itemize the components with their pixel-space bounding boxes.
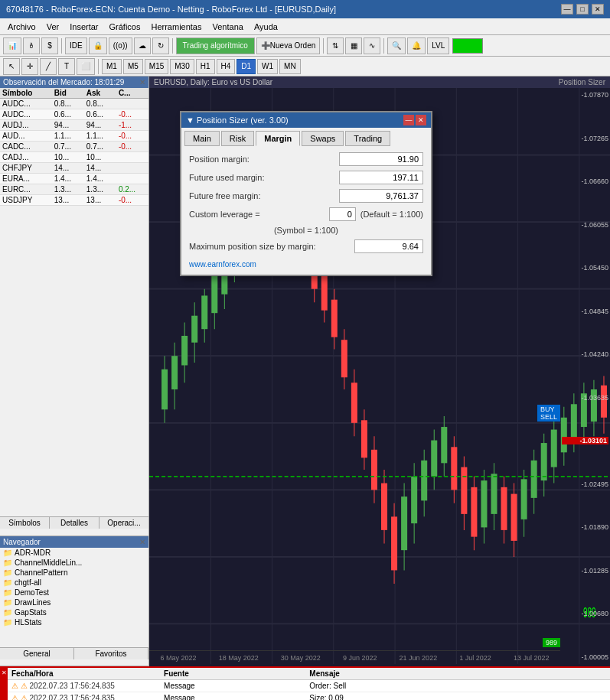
tf-m30[interactable]: M30 (170, 59, 194, 74)
nav-item[interactable]: 📁GapStats (0, 607, 148, 617)
alert-button[interactable]: 🔔 (407, 37, 426, 54)
window-controls[interactable]: — □ ✕ (561, 4, 604, 15)
tf-mn[interactable]: MN (279, 59, 301, 74)
level-button[interactable]: LVL (427, 37, 449, 54)
svg-rect-94 (551, 430, 557, 467)
tf-w1[interactable]: W1 (257, 59, 278, 74)
new-chart-button[interactable]: 📊 (3, 37, 21, 54)
tab-detalles[interactable]: Detalles (50, 517, 99, 529)
earnforex-link[interactable]: www.earnforex.com (189, 260, 256, 269)
bid-cell: 94... (52, 120, 84, 131)
menu-insertar[interactable]: Insertar (65, 21, 103, 33)
tab-simbolos[interactable]: Símbolos (0, 517, 50, 529)
nueva-orden-button[interactable]: ➕ Nueva Orden (256, 37, 320, 54)
arrows-button[interactable]: ⇅ (327, 37, 344, 54)
market-watch-row[interactable]: EURC... 1.3... 1.3... 0.2... (0, 184, 148, 195)
svg-rect-50 (331, 300, 338, 337)
market-watch-close[interactable]: ✕ (139, 78, 145, 86)
radio-button[interactable]: ((o)) (109, 37, 132, 54)
nav-item[interactable]: 📁HLStats (0, 617, 148, 627)
nav-item[interactable]: 📁ChannelMiddleLin... (0, 558, 148, 568)
nav-item[interactable]: 📁DrawLines (0, 597, 148, 607)
tf-d1[interactable]: D1 (236, 59, 256, 74)
menu-ventana[interactable]: Ventana (208, 21, 248, 33)
dialog-title-bar[interactable]: ▼ Position Sizer (ver. 3.00) — ✕ (181, 112, 431, 128)
nav-tab-general[interactable]: General (0, 648, 74, 659)
trading-algoritmico-button[interactable]: Trading algorítmico (176, 37, 255, 54)
market-watch-row[interactable]: AUD... 1.1... 1.1... -0... (0, 131, 148, 142)
market-watch-row[interactable]: AUDC... 0.8... 0.8... (0, 99, 148, 109)
cloud-button[interactable]: ☁ (134, 37, 151, 54)
nav-item[interactable]: 📁DemoTest (0, 588, 148, 597)
minimize-button[interactable]: — (561, 4, 573, 15)
dialog-tab-risk[interactable]: Risk (221, 131, 254, 146)
svg-rect-82 (491, 474, 497, 514)
tf-m5[interactable]: M5 (123, 59, 143, 74)
bars-button[interactable]: ▦ (345, 37, 362, 54)
menu-archivo[interactable]: Archivo (3, 21, 41, 33)
maximize-button[interactable]: □ (576, 4, 589, 15)
nav-item[interactable]: 📁ADR-MDR (0, 548, 148, 558)
tf-h1[interactable]: H1 (196, 59, 215, 74)
svg-rect-72 (441, 427, 447, 463)
tf-m1[interactable]: M1 (102, 59, 122, 74)
bottom-panel-close[interactable]: ✕ (0, 668, 8, 700)
lock-button[interactable]: 🔒 (89, 37, 107, 54)
market-watch-row[interactable]: CADJ... 10... 10... (0, 152, 148, 163)
nav-item[interactable]: 📁chgtf-all (0, 578, 148, 588)
market-watch-row[interactable]: AUDC... 0.6... 0.6... -0... (0, 109, 148, 120)
custom-leverage-label: Custom leverage = (189, 210, 329, 219)
market-watch-row[interactable]: EURA... 1.4... 1.4... (0, 174, 148, 184)
menu-graficos[interactable]: Gráficos (105, 21, 145, 33)
menu-herramientas[interactable]: Herramientas (146, 21, 206, 33)
symbol-cell: CADC... (0, 142, 52, 152)
nav-tabs: General Favoritos (0, 647, 148, 659)
position-margin-row: Position margin: 91.90 (189, 152, 423, 166)
shapes-button[interactable]: ⬜ (77, 58, 95, 75)
change-cell: -0... (116, 142, 148, 152)
dialog-tab-swaps[interactable]: Swaps (302, 131, 344, 146)
crosshair-button[interactable]: ✛ (21, 58, 38, 75)
line-button[interactable]: ╱ (40, 58, 57, 75)
price-13: -1.00005 (562, 653, 608, 661)
dialog-close-button[interactable]: ✕ (416, 115, 426, 125)
custom-leverage-input[interactable] (329, 207, 356, 221)
market-watch-row[interactable]: CHFJPY 14... 14... (0, 163, 148, 174)
wave-button[interactable]: ∿ (364, 37, 380, 54)
price-scale: -1.07870 -1.07265 -1.06660 -1.06055 -1.0… (560, 88, 610, 664)
refresh-button[interactable]: ↻ (152, 37, 169, 54)
dollar-button[interactable]: $ (41, 37, 58, 54)
dialog-tab-trading[interactable]: Trading (345, 131, 390, 146)
tab-operaciones[interactable]: Operaci... (99, 517, 148, 529)
xaxis-6: 1 Jul 2022 (459, 654, 491, 662)
dialog-content: Position margin: 91.90 Future used margi… (181, 146, 431, 275)
tf-m15[interactable]: M15 (145, 59, 168, 74)
chart-canvas[interactable]: 989 -1.07870 -1.07265 -1.06660 -1.06055 … (149, 88, 610, 664)
text-button[interactable]: T (58, 58, 75, 75)
nav-item[interactable]: 📁ChannelPattern (0, 568, 148, 578)
menu-ayuda[interactable]: Ayuda (250, 21, 282, 33)
nav-tab-favoritos[interactable]: Favoritos (74, 648, 148, 659)
dialog-controls[interactable]: — ✕ (403, 115, 426, 125)
menu-ver[interactable]: Ver (42, 21, 64, 33)
ide-button[interactable]: IDE (65, 37, 87, 54)
dialog-minimize[interactable]: — (403, 115, 414, 125)
close-button[interactable]: ✕ (592, 4, 604, 15)
cursor-button[interactable]: ↖ (3, 58, 20, 75)
market-watch-row[interactable]: USDJPY 13... 13... -0... (0, 195, 148, 206)
dialog-tab-main[interactable]: Main (184, 131, 220, 146)
log-scroll[interactable]: Fecha/Hora Fuente Mensaje ⚠ 2022.07.23 1… (8, 668, 610, 700)
market-watch-row[interactable]: AUDJ... 94... 94... -1... (0, 120, 148, 131)
leverage-default-text: (Default = 1:100) (360, 210, 423, 219)
dialog-container: ▼ Position Sizer (ver. 3.00) — ✕ Main Ri… (180, 111, 432, 276)
tf-h4[interactable]: H4 (217, 59, 236, 74)
toolbar-1: 📊 🕯 $ IDE 🔒 ((o)) ☁ ↻ Trading algorítmic… (0, 35, 610, 57)
folder-icon: 📁 (3, 558, 12, 567)
navigator-close[interactable]: ✕ (139, 538, 145, 546)
market-watch-row[interactable]: CADC... 0.7... 0.7... -0... (0, 142, 148, 152)
search-button[interactable]: 🔍 (387, 37, 406, 54)
folder-icon: 📁 (3, 588, 12, 597)
chart-area[interactable]: EURUSD, Daily: Euro vs US Dollar Positio… (149, 77, 610, 666)
chart-type-button[interactable]: 🕯 (23, 37, 40, 54)
dialog-tab-margin[interactable]: Margin (256, 131, 300, 146)
